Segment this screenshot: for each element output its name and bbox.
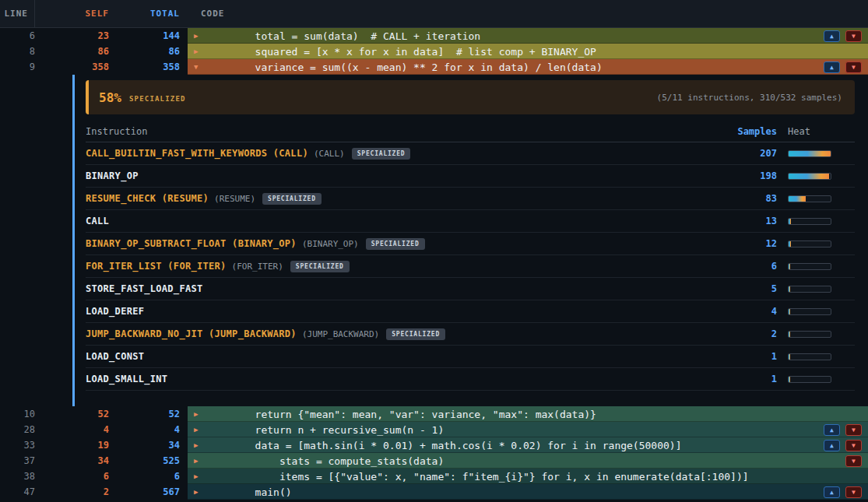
total-samples-value: 52 (109, 406, 180, 422)
instruction-row: LOAD_SMALL_INT1 (86, 368, 855, 391)
line-number: 37 (0, 453, 35, 469)
header-heat: Heat (788, 126, 855, 137)
heat-bar (788, 173, 831, 180)
down-arrow-icon: ▼ (852, 489, 856, 496)
instruction-samples-value: 2 (719, 328, 788, 339)
specialization-summary: 58% SPECIALIZED (5/11 instructions, 310/… (86, 80, 855, 114)
code-rows-top: 623144▶ total = sum(data) # CALL + itera… (0, 28, 868, 75)
jump-up-button[interactable]: ▲ (824, 424, 840, 436)
code-cell[interactable]: ▶ squared = [x * x for x in data] # list… (188, 44, 868, 59)
nav-buttons: ▼ (845, 455, 868, 467)
code-line-row: 623144▶ total = sum(data) # CALL + itera… (0, 28, 868, 44)
jump-up-button[interactable]: ▲ (824, 30, 840, 42)
expand-toggle-icon[interactable]: ▶ (194, 47, 206, 55)
code-cell[interactable]: ▶ total = sum(data) # CALL + iteration▲▼ (188, 28, 868, 44)
code-line-row: 3866▶ items = [{"value": x, "name": f"it… (0, 469, 868, 484)
specialized-badge: SPECIALIZED (352, 148, 411, 160)
code-cell[interactable]: ▶ stats = compute_stats(data)▼ (188, 453, 868, 469)
jump-down-button[interactable]: ▼ (845, 486, 862, 498)
down-arrow-icon: ▼ (852, 33, 856, 40)
jump-down-button[interactable]: ▼ (845, 440, 862, 451)
instruction-name-cell: BINARY_OP (86, 170, 719, 181)
instruction-name-cell: LOAD_SMALL_INT (86, 374, 719, 384)
total-samples-value: 567 (109, 484, 180, 500)
jump-down-button[interactable]: ▼ (845, 424, 862, 436)
up-arrow-icon: ▲ (830, 33, 834, 40)
expand-toggle-icon[interactable]: ▶ (194, 457, 206, 465)
header-samples: Samples (719, 126, 788, 137)
jump-down-button[interactable]: ▼ (845, 30, 862, 42)
instruction-heat-cell (788, 308, 855, 315)
code-line-row: 105252▶ return {"mean": mean, "var": var… (0, 406, 868, 422)
instruction-heat-cell (788, 240, 855, 247)
instruction-heat-cell (788, 218, 855, 225)
instruction-rows: CALL_BUILTIN_FAST_WITH_KEYWORDS (CALL)(C… (86, 142, 855, 391)
heat-bar-fill (789, 377, 790, 382)
expand-toggle-icon[interactable]: ▶ (194, 32, 206, 40)
instruction-heat-cell (788, 263, 855, 270)
specialization-percent: 58% (99, 90, 121, 105)
jump-up-button[interactable]: ▲ (824, 486, 840, 498)
instruction-row: STORE_FAST_LOAD_FAST5 (86, 278, 855, 300)
code-text: data = [math.sin(i * 0.01) + math.cos(i … (206, 440, 681, 451)
jump-up-button[interactable]: ▲ (824, 440, 840, 451)
up-arrow-icon: ▲ (830, 64, 834, 71)
up-arrow-icon: ▲ (830, 427, 834, 434)
heat-bar-fill (789, 241, 791, 247)
expand-toggle-icon[interactable]: ▶ (194, 472, 206, 480)
heat-bar-fill (789, 151, 831, 156)
instruction-samples-value: 207 (719, 148, 788, 159)
code-text: stats = compute_stats(data) (206, 455, 444, 467)
jump-down-button[interactable]: ▼ (845, 61, 862, 73)
code-rows-bottom: 105252▶ return {"mean": mean, "var": var… (0, 406, 868, 500)
instruction-name: CALL (86, 216, 109, 226)
instruction-row: BINARY_OP_SUBTRACT_FLOAT (BINARY_OP)(BIN… (86, 233, 855, 255)
instruction-base-ref: (RESUME) (214, 194, 255, 204)
line-number: 47 (0, 484, 35, 500)
line-number: 33 (0, 437, 35, 453)
specialized-badge: SPECIALIZED (262, 193, 322, 205)
instruction-table-header: Instruction Samples Heat (86, 121, 855, 142)
code-line-row: 3734525▶ stats = compute_stats(data)▼ (0, 453, 868, 469)
expand-toggle-icon[interactable]: ▶ (194, 441, 206, 449)
heat-bar-fill (789, 219, 791, 224)
collapse-toggle-icon[interactable]: ▼ (194, 63, 206, 71)
instruction-row: RESUME_CHECK (RESUME)(RESUME)SPECIALIZED… (86, 188, 855, 210)
code-cell[interactable]: ▶ data = [math.sin(i * 0.01) + math.cos(… (188, 437, 868, 453)
jump-up-button[interactable]: ▲ (824, 61, 840, 73)
code-line-row: 331934▶ data = [math.sin(i * 0.01) + mat… (0, 437, 868, 453)
nav-buttons: ▲▼ (824, 440, 868, 451)
instruction-heat-cell (788, 173, 855, 180)
heat-bar (788, 195, 831, 202)
instruction-name-cell: BINARY_OP_SUBTRACT_FLOAT (BINARY_OP)(BIN… (86, 238, 719, 250)
code-line-row: 2844▶ return n + recursive_sum(n - 1)▲▼ (0, 422, 868, 437)
line-number: 9 (0, 59, 35, 75)
instruction-samples-value: 5 (719, 283, 788, 294)
code-line-row: 9358358▼ variance = sum((x - mean) ** 2 … (0, 59, 868, 75)
specialized-badge: SPECIALIZED (290, 261, 350, 272)
code-cell[interactable]: ▶ items = [{"value": x, "name": f"item_{… (188, 469, 868, 484)
instruction-samples-value: 1 (719, 351, 788, 362)
code-cell[interactable]: ▼ variance = sum((x - mean) ** 2 for x i… (188, 59, 868, 75)
instruction-row: CALL_BUILTIN_FAST_WITH_KEYWORDS (CALL)(C… (86, 142, 855, 165)
instruction-name: RESUME_CHECK (RESUME) (86, 193, 209, 204)
total-samples-value: 34 (109, 437, 180, 453)
code-line-row: 88686▶ squared = [x * x for x in data] #… (0, 44, 868, 59)
nav-buttons: ▲▼ (824, 61, 868, 73)
total-samples-value: 358 (109, 59, 180, 75)
instruction-name-cell: RESUME_CHECK (RESUME)(RESUME)SPECIALIZED (86, 193, 719, 205)
code-cell[interactable]: ▶ return n + recursive_sum(n - 1)▲▼ (188, 422, 868, 437)
expand-toggle-icon[interactable]: ▶ (194, 410, 206, 418)
instruction-heat-cell (788, 331, 855, 338)
instruction-name: LOAD_DEREF (86, 306, 144, 317)
instruction-name: BINARY_OP (86, 170, 139, 181)
expand-toggle-icon[interactable]: ▶ (194, 426, 206, 434)
instruction-row: LOAD_DEREF4 (86, 300, 855, 323)
code-cell[interactable]: ▶ main()▲▼ (188, 484, 868, 500)
expand-toggle-icon[interactable]: ▶ (194, 488, 206, 496)
instruction-heat-cell (788, 353, 855, 360)
code-text: squared = [x * x for x in data] # list c… (206, 46, 596, 58)
code-cell[interactable]: ▶ return {"mean": mean, "var": variance,… (188, 406, 868, 422)
heat-bar-fill (789, 174, 829, 179)
jump-down-button[interactable]: ▼ (845, 455, 862, 467)
